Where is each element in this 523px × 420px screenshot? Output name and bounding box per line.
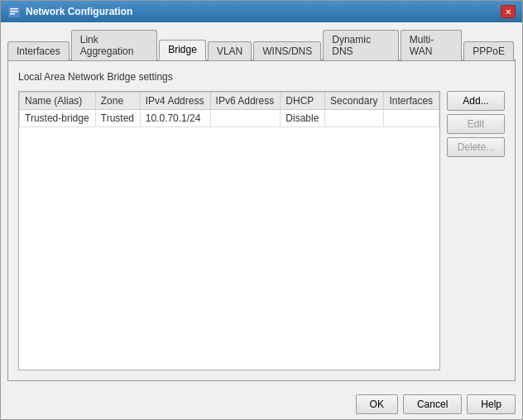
cell-secondary (325, 110, 384, 127)
title-controls: ✕ (501, 5, 516, 18)
delete-button[interactable]: Delete... (447, 137, 505, 157)
svg-rect-2 (10, 11, 18, 12)
cell-zone: Trusted (95, 110, 140, 127)
col-ipv6: IPv6 Address (210, 93, 281, 110)
cell-ipv6 (210, 110, 281, 127)
tab-pppoe[interactable]: PPPoE (463, 41, 514, 60)
tab-wins-dns[interactable]: WINS/DNS (253, 41, 321, 60)
window-icon (7, 5, 21, 18)
cancel-button[interactable]: Cancel (403, 394, 462, 414)
add-button[interactable]: Add... (447, 91, 505, 111)
main-window: Network Configuration ✕ Interfaces Link … (0, 0, 523, 420)
col-name: Name (Alias) (20, 93, 96, 110)
svg-rect-3 (10, 13, 15, 15)
svg-rect-1 (10, 8, 18, 10)
edit-button[interactable]: Edit (447, 114, 505, 134)
content-area: Interfaces Link Aggregation Bridge VLAN … (1, 22, 522, 388)
bridge-table: Name (Alias) Zone IPv4 Address IPv6 Addr… (19, 92, 439, 127)
footer: OK Cancel Help (1, 388, 522, 419)
cell-interfaces (384, 110, 439, 127)
window-title: Network Configuration (26, 6, 132, 17)
tab-dynamic-dns[interactable]: Dynamic DNS (323, 30, 399, 60)
tabs-row: Interfaces Link Aggregation Bridge VLAN … (7, 29, 516, 61)
col-ipv4: IPv4 Address (140, 93, 210, 110)
ok-button[interactable]: OK (356, 394, 398, 414)
action-buttons: Add... Edit Delete... (447, 91, 505, 370)
table-row[interactable]: Trusted-bridge Trusted 10.0.70.1/24 Disa… (20, 110, 439, 127)
cell-dhcp: Disable (281, 110, 325, 127)
tab-vlan[interactable]: VLAN (208, 41, 252, 60)
col-interfaces: Interfaces (384, 93, 439, 110)
col-secondary: Secondary (325, 93, 384, 110)
cell-ipv4: 10.0.70.1/24 (140, 110, 210, 127)
cell-name: Trusted-bridge (20, 110, 96, 127)
panel-title: Local Area Network Bridge settings (18, 71, 505, 83)
tab-multi-wan[interactable]: Multi-WAN (401, 30, 463, 60)
tab-link-aggregation[interactable]: Link Aggregation (71, 30, 158, 60)
tab-interfaces[interactable]: Interfaces (7, 41, 70, 60)
table-wrapper: Name (Alias) Zone IPv4 Address IPv6 Addr… (18, 91, 440, 370)
close-button[interactable]: ✕ (501, 5, 516, 18)
bridge-panel: Local Area Network Bridge settings Name … (7, 61, 516, 381)
tab-bridge[interactable]: Bridge (159, 40, 206, 60)
table-and-buttons: Name (Alias) Zone IPv4 Address IPv6 Addr… (18, 91, 505, 370)
col-dhcp: DHCP (281, 93, 325, 110)
col-zone: Zone (95, 93, 140, 110)
help-button[interactable]: Help (467, 394, 516, 414)
title-bar-left: Network Configuration (7, 5, 132, 18)
title-bar: Network Configuration ✕ (1, 1, 522, 22)
